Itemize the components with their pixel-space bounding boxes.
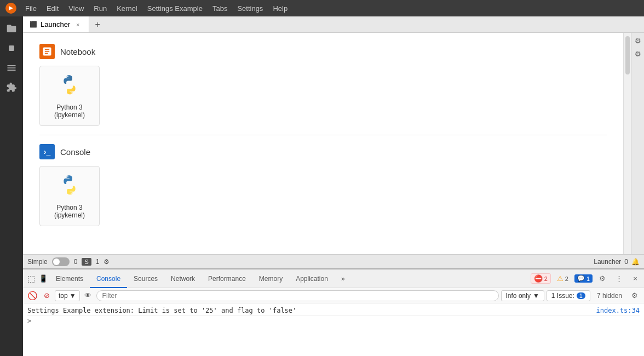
tab-launcher[interactable]: ⬛ Launcher × xyxy=(23,16,89,32)
python3-notebook-card[interactable]: Python 3(ipykernel) xyxy=(39,66,100,126)
status-bar: Simple 0 S 1 ⚙ Launcher 0 🔔 xyxy=(23,254,644,268)
warn-count: 2 xyxy=(565,275,568,282)
hidden-badge: 7 hidden xyxy=(593,291,626,301)
section-divider-1 xyxy=(39,135,607,135)
bell-icon[interactable]: 🔔 xyxy=(631,258,640,266)
tab-network[interactable]: Network xyxy=(164,270,202,288)
eye-icon[interactable]: 👁 xyxy=(82,290,94,302)
sidebar-list-icon[interactable] xyxy=(4,60,19,76)
menu-file[interactable]: File xyxy=(21,2,41,15)
status-count: 0 xyxy=(624,258,628,266)
devtools-settings-icon[interactable]: ⚙ xyxy=(596,272,609,285)
info-badge[interactable]: 💬 1 xyxy=(574,274,593,283)
error-badge[interactable]: ⛔ 2 xyxy=(531,273,551,284)
scrollbar-thumb[interactable] xyxy=(625,36,630,74)
menu-view[interactable]: View xyxy=(64,2,88,15)
status-right: Launcher 0 🔔 xyxy=(594,258,640,266)
menubar: File Edit View Run Kernel Settings Examp… xyxy=(0,0,644,16)
sidebar xyxy=(0,16,23,356)
notebook-card-grid: Python 3(ipykernel) xyxy=(39,66,607,126)
notebook-section-label: Notebook xyxy=(60,47,95,56)
devtools-close-icon[interactable]: × xyxy=(629,272,642,285)
console-icon: ›_ xyxy=(39,144,55,159)
devtools-tabs: ⬚ 📱 Elements Console Sources Network Per… xyxy=(23,269,644,288)
context-label: top xyxy=(59,292,68,300)
new-tab-button[interactable]: + xyxy=(89,16,106,32)
tab-memory[interactable]: Memory xyxy=(252,270,289,288)
tab-more[interactable]: » xyxy=(335,270,352,288)
devtools-device-icon[interactable]: 📱 xyxy=(37,273,49,285)
devtools-tab-icons: ⛔ 2 ⚠ 2 💬 1 ⚙ ⋮ × xyxy=(531,272,642,285)
status-left: Simple 0 S 1 ⚙ xyxy=(27,257,110,266)
settings-gear-icon[interactable]: ⚙ xyxy=(104,258,110,266)
console-section-label: Console xyxy=(60,147,90,157)
hidden-label: 7 hidden xyxy=(597,292,622,300)
devtools-console: Settings Example extension: Limit is set… xyxy=(23,303,644,356)
issue-count: 1 xyxy=(577,292,585,299)
menu-tabs[interactable]: Tabs xyxy=(208,2,232,15)
devtools-toolbar: 🚫 ⊘ top ▼ 👁 Info only ▼ 1 Issue: 1 7 hid xyxy=(23,288,644,303)
devtools-inspect-icon[interactable]: ⬚ xyxy=(25,273,37,285)
tab-launcher-icon: ⬛ xyxy=(30,21,37,28)
right-gear-icon-1[interactable]: ⚙ xyxy=(633,35,643,46)
tab-performance[interactable]: Performance xyxy=(202,270,252,288)
sidebar-stop-icon[interactable] xyxy=(4,41,19,56)
menu-settings-example[interactable]: Settings Example xyxy=(143,2,207,15)
console-link-1[interactable]: index.ts:34 xyxy=(596,307,640,314)
count1-label: 0 xyxy=(74,258,78,266)
devtools-more-icon[interactable]: ⋮ xyxy=(612,272,625,285)
toggle-knob xyxy=(53,259,60,265)
console-prompt[interactable]: > xyxy=(27,316,640,326)
warn-icon: ⚠ xyxy=(557,274,564,283)
tab-launcher-close[interactable]: × xyxy=(73,20,82,29)
devtools-panel: ⬚ 📱 Elements Console Sources Network Per… xyxy=(23,268,644,356)
menu-kernel[interactable]: Kernel xyxy=(112,2,142,15)
python3-notebook-label: Python 3(ipykernel) xyxy=(54,104,85,119)
stop-log-icon[interactable]: ⊘ xyxy=(41,290,53,302)
notebook-section-title: Notebook xyxy=(39,44,607,59)
console-settings-icon[interactable]: ⚙ xyxy=(629,290,641,302)
issue-label: 1 Issue: xyxy=(551,292,574,300)
python3-console-card[interactable]: Python 3(ipykernel) xyxy=(39,166,100,226)
menu-run[interactable]: Run xyxy=(89,2,111,15)
console-filter-input[interactable] xyxy=(96,290,499,301)
console-text-1: Settings Example extension: Limit is set… xyxy=(27,307,296,314)
context-dropdown-arrow: ▼ xyxy=(70,292,76,300)
tab-console[interactable]: Console xyxy=(90,270,127,288)
tab-application[interactable]: Application xyxy=(289,270,335,288)
sidebar-folder-icon[interactable] xyxy=(4,21,19,36)
svg-rect-1 xyxy=(9,45,14,51)
info-only-button[interactable]: Info only ▼ xyxy=(501,290,544,301)
console-line-1: Settings Example extension: Limit is set… xyxy=(27,306,640,316)
issue-badge: 1 Issue: 1 xyxy=(547,290,590,301)
main-layout: ⬛ Launcher × + Notebook xyxy=(0,16,644,356)
tab-bar: ⬛ Launcher × + xyxy=(23,16,644,33)
mode-toggle[interactable] xyxy=(52,257,70,266)
right-gear-icon-2[interactable]: ⚙ xyxy=(633,48,643,59)
menu-help[interactable]: Help xyxy=(268,2,292,15)
count2-label: 1 xyxy=(96,258,100,266)
console-section-title: ›_ Console xyxy=(39,144,607,159)
kernel-badge[interactable]: S xyxy=(82,258,91,266)
warn-badge[interactable]: ⚠ 2 xyxy=(554,274,571,283)
clear-console-icon[interactable]: 🚫 xyxy=(26,290,38,302)
info-only-label: Info only xyxy=(506,292,531,300)
error-count: 2 xyxy=(544,275,548,282)
sidebar-puzzle-icon[interactable] xyxy=(4,80,19,95)
error-icon: ⛔ xyxy=(534,274,543,283)
mode-label: Simple xyxy=(27,258,48,266)
info-count: 1 xyxy=(586,275,590,282)
tab-elements[interactable]: Elements xyxy=(49,270,90,288)
menu-edit[interactable]: Edit xyxy=(42,2,63,15)
console-card-grid: Python 3(ipykernel) xyxy=(39,166,607,226)
menu-settings[interactable]: Settings xyxy=(233,2,267,15)
notebook-icon xyxy=(39,44,55,59)
info-only-arrow: ▼ xyxy=(533,292,539,300)
app-logo xyxy=(4,2,18,15)
tab-sources[interactable]: Sources xyxy=(127,270,164,288)
launcher-content: Notebook xyxy=(23,33,623,254)
status-tab-label: Launcher xyxy=(594,258,621,266)
context-selector[interactable]: top ▼ xyxy=(55,290,80,301)
scrollbar-track[interactable] xyxy=(623,33,631,254)
tab-launcher-label: Launcher xyxy=(41,20,70,28)
